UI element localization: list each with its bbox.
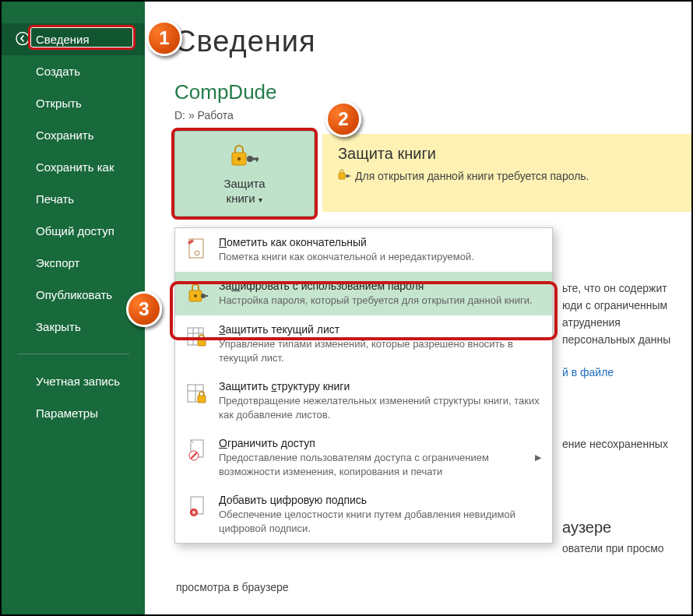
callout-badge-2: 2 [325,101,361,137]
sidebar-item-publish[interactable]: Опубликовать [2,279,145,311]
protect-info-banner: Защита книги Для открытия данной книги т… [322,134,691,212]
bg-text: ователи при просмо [562,540,664,557]
svg-rect-24 [198,396,206,403]
sidebar-item-options[interactable]: Параметры [2,397,145,429]
structure-lock-icon [185,380,209,408]
sidebar-item-open[interactable]: Открыть [2,87,145,119]
bg-text: персональных данны [562,332,670,348]
mark-final-icon [185,236,209,264]
bg-text: просмотра в браузере [176,579,289,596]
menu-restrict-access[interactable]: Ограничить доступ Предоставление пользов… [175,429,552,486]
lock-key-icon [229,142,260,171]
menu-title: Зашифровать с использованием пароля [219,280,533,292]
bg-link[interactable]: й в файле [562,364,614,381]
sidebar-item-share[interactable]: Общий доступ [2,215,145,247]
menu-desc: Предотвращение нежелательных изменений с… [219,394,541,421]
menu-encrypt-password[interactable]: Зашифровать с использованием пароля Наст… [175,272,552,315]
menu-desc: Управление типами изменений, которые раз… [219,337,541,364]
protect-section: Защита книги ▾ Защита книги Для открытия… [174,131,691,224]
sidebar: Сведения Создать Открыть Сохранить Сохра… [2,2,145,614]
restrict-icon [185,437,209,465]
menu-protect-structure[interactable]: Защитить структуру книги Предотвращение … [175,372,552,429]
bg-text: ьте, что он содержит [562,280,667,297]
menu-title: Добавить цифровую подпись [219,494,541,506]
menu-desc: Обеспечение целостности книги путем доба… [219,508,541,535]
sidebar-item-account[interactable]: Учетная запись [2,365,145,397]
sheet-lock-icon [185,323,209,351]
sidebar-item-save[interactable]: Сохранить [2,119,145,151]
svg-rect-20 [198,339,206,346]
protect-button-label: Защита книги ▾ [223,176,265,206]
callout-frame-1 [28,25,135,50]
svg-point-2 [237,157,241,160]
document-name: CompDude [174,80,691,104]
menu-protect-sheet[interactable]: Защитить текущий лист Управление типами … [175,315,552,372]
menu-title: Защитить структуру книги [219,380,541,392]
menu-desc: Пометка книги как окончательной и нереда… [219,250,474,264]
protect-workbook-button[interactable]: Защита книги ▾ [174,131,315,216]
menu-title: Ограничить доступ [219,437,526,449]
sidebar-item-export[interactable]: Экспорт [2,247,145,279]
svg-rect-5 [256,157,258,161]
menu-title: Защитить текущий лист [219,323,541,336]
banner-message: Для открытия данной книги требуется паро… [355,170,589,182]
svg-rect-14 [205,295,208,297]
callout-badge-3: 3 [126,291,162,327]
bg-heading: аузере [562,516,611,539]
encrypt-icon [185,280,209,308]
protect-dropdown: Пометить как окончательный Пометка книги… [174,227,553,544]
svg-rect-6 [339,173,345,179]
menu-desc: Предоставление пользователям доступа с о… [219,451,526,478]
sidebar-item-new[interactable]: Создать [2,55,145,87]
page-title: Сведения [174,25,691,58]
menu-mark-final[interactable]: Пометить как окончательный Пометка книги… [175,228,552,272]
chevron-right-icon: ▶ [535,452,541,463]
lock-key-small-icon [338,169,350,182]
signature-icon [185,494,209,522]
bg-text: юди с ограниченным [562,297,667,314]
svg-point-12 [194,294,197,297]
divider [17,354,129,354]
sidebar-item-print[interactable]: Печать [2,183,145,215]
sidebar-item-close[interactable]: Закрыть [2,311,145,343]
document-path: D: » Работа [174,109,691,121]
banner-title: Защита книги [338,145,676,163]
bg-text: атруднения [562,315,621,331]
svg-rect-8 [348,175,350,176]
menu-desc: Настройка пароля, который требуется для … [219,294,533,308]
callout-badge-1: 1 [146,20,182,56]
sidebar-item-save-as[interactable]: Сохранить как [2,151,145,183]
svg-point-3 [247,156,253,162]
svg-point-0 [16,32,29,44]
menu-title: Пометить как окончательный [219,236,474,248]
bg-text: ение несохраненных [562,436,668,452]
menu-digital-signature[interactable]: Добавить цифровую подпись Обеспечение це… [175,486,552,543]
chevron-down-icon: ▾ [257,195,263,204]
